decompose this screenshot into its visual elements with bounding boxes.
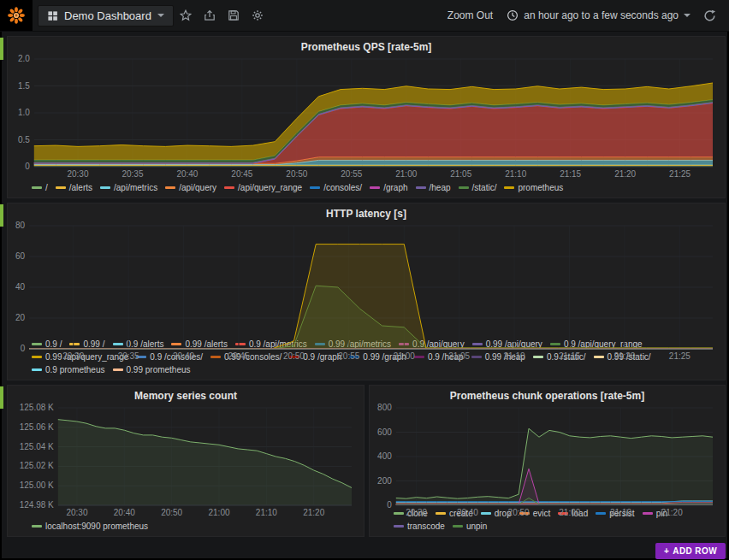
dashboard-row-bottom: Memory series count 124.98 K125.00 K125.… — [7, 385, 726, 537]
series-color-dash — [56, 186, 66, 189]
row-collapse-handle[interactable] — [0, 204, 3, 227]
legend-label: /alerts — [69, 181, 92, 194]
panel-title[interactable]: Prometheus QPS [rate-5m] — [13, 40, 720, 54]
save-button[interactable] — [222, 6, 246, 25]
legend-label: /consoles/ — [323, 181, 362, 194]
legend-label: localhost:9090 prometheus — [45, 520, 148, 533]
svg-text:125.02 K: 125.02 K — [20, 461, 54, 470]
svg-text:0: 0 — [21, 344, 26, 353]
svg-text:21:15: 21:15 — [559, 351, 580, 361]
svg-text:200: 200 — [377, 476, 392, 486]
panel-title[interactable]: Prometheus chunk operations [rate-5m] — [375, 389, 720, 403]
svg-text:20:30: 20:30 — [67, 169, 88, 179]
svg-text:20:55: 20:55 — [338, 351, 359, 361]
legend-item[interactable]: transcode — [394, 520, 445, 533]
svg-text:20:35: 20:35 — [122, 169, 143, 179]
clock-icon — [507, 9, 519, 21]
svg-text:400: 400 — [377, 451, 392, 461]
refresh-icon — [703, 9, 716, 22]
star-button[interactable] — [174, 6, 198, 25]
legend-item[interactable]: unpin — [453, 520, 487, 533]
svg-text:125.04 K: 125.04 K — [20, 442, 54, 451]
svg-text:20:30: 20:30 — [406, 508, 427, 517]
chevron-down-icon — [684, 14, 690, 17]
svg-text:80: 80 — [15, 221, 26, 230]
svg-text:0.5: 0.5 — [18, 135, 30, 144]
save-icon — [228, 9, 240, 21]
svg-text:21:10: 21:10 — [505, 169, 526, 179]
svg-text:21:00: 21:00 — [208, 508, 229, 517]
legend-item[interactable]: /static/ — [459, 181, 497, 194]
svg-text:0: 0 — [25, 162, 30, 171]
grafana-logo[interactable] — [0, 0, 33, 31]
legend-label: / — [45, 181, 48, 194]
add-row-button[interactable]: + ADD ROW — [655, 543, 726, 559]
svg-text:20:30: 20:30 — [66, 508, 87, 517]
legend-item[interactable]: /api/query — [165, 181, 216, 194]
chunks-chart[interactable]: 020040060080020:3020:4020:5021:0021:1021… — [375, 403, 720, 505]
svg-text:21:20: 21:20 — [614, 169, 636, 179]
legend-item[interactable]: / — [32, 181, 48, 194]
legend-item[interactable]: /api/query_range — [224, 181, 302, 194]
share-button[interactable] — [198, 6, 222, 25]
svg-text:21:25: 21:25 — [669, 169, 690, 179]
series-color-dash — [453, 525, 463, 528]
svg-text:124.98 K: 124.98 K — [20, 500, 54, 510]
legend-item[interactable]: 0.9 prometheus — [32, 363, 105, 376]
panel-prometheus-qps: Prometheus QPS [rate-5m] 00.51.01.52.020… — [7, 36, 726, 198]
svg-text:0: 0 — [387, 500, 392, 510]
legend-label: prometheus — [518, 181, 563, 194]
legend-label: unpin — [466, 520, 487, 533]
svg-text:800: 800 — [377, 403, 392, 412]
svg-text:20:50: 20:50 — [161, 508, 182, 517]
panel-title[interactable]: HTTP latency [s] — [13, 207, 720, 221]
legend-item[interactable]: /consoles/ — [310, 181, 362, 194]
panel-title[interactable]: Memory series count — [13, 389, 359, 403]
series-color-dash — [100, 186, 110, 189]
svg-text:21:00: 21:00 — [394, 351, 415, 361]
row-collapse-handle[interactable] — [0, 386, 3, 409]
legend-label: /graph — [383, 181, 407, 194]
chart-canvas: 02040608020:3020:3520:4020:4520:5020:552… — [13, 221, 720, 362]
legend-item[interactable]: localhost:9090 prometheus — [32, 520, 148, 533]
series-color-dash — [113, 368, 123, 371]
panel-memory-series: Memory series count 124.98 K125.00 K125.… — [7, 385, 364, 537]
legend-label: 0.99 prometheus — [127, 363, 191, 376]
svg-text:20:55: 20:55 — [341, 169, 362, 179]
memory-chart[interactable]: 124.98 K125.00 K125.02 K125.04 K125.06 K… — [13, 403, 359, 518]
chart-canvas: 00.51.01.52.020:3020:3520:4020:4520:5020… — [13, 54, 720, 180]
dashboard-picker[interactable]: Demo Dashboard — [38, 5, 174, 27]
legend-label: /heap — [430, 181, 451, 194]
legend-label: /static/ — [472, 181, 497, 194]
svg-text:21:05: 21:05 — [448, 351, 470, 361]
time-range-picker[interactable]: an hour ago to a few seconds ago — [500, 6, 697, 25]
svg-text:20:40: 20:40 — [176, 169, 198, 179]
legend-item[interactable]: 0.99 prometheus — [113, 363, 191, 376]
svg-text:21:20: 21:20 — [661, 508, 683, 517]
time-range-label: an hour ago to a few seconds ago — [524, 9, 679, 21]
plus-icon: + — [664, 546, 669, 556]
legend-item[interactable]: /api/metrics — [100, 181, 157, 194]
dashboard: Prometheus QPS [rate-5m] 00.51.01.52.020… — [0, 32, 729, 559]
series-color-dash — [394, 525, 404, 528]
legend-item[interactable]: /alerts — [56, 181, 92, 194]
dashboard-row-qps: Prometheus QPS [rate-5m] 00.51.01.52.020… — [7, 36, 726, 198]
settings-button[interactable] — [246, 6, 270, 25]
memory-legend: localhost:9090 prometheus — [13, 518, 359, 533]
svg-text:21:00: 21:00 — [395, 169, 417, 179]
refresh-button[interactable] — [697, 6, 722, 26]
latency-chart[interactable]: 02040608020:3020:3520:4020:4520:5020:552… — [13, 221, 720, 336]
gear-icon — [252, 9, 264, 21]
add-row-label: ADD ROW — [673, 546, 717, 556]
svg-text:21:20: 21:20 — [303, 508, 324, 517]
addrow-bar: + ADD ROW — [7, 541, 726, 559]
panel-http-latency: HTTP latency [s] 02040608020:3020:3520:4… — [7, 203, 726, 380]
qps-chart[interactable]: 00.51.01.52.020:3020:3520:4020:4520:5020… — [13, 54, 720, 180]
legend-item[interactable]: prometheus — [504, 181, 563, 194]
legend-item[interactable]: /graph — [370, 181, 407, 194]
series-color-dash — [310, 186, 320, 189]
row-collapse-handle[interactable] — [0, 38, 3, 60]
series-color-dash — [504, 186, 514, 189]
legend-item[interactable]: /heap — [416, 181, 451, 194]
zoom-out-button[interactable]: Zoom Out — [441, 6, 500, 25]
